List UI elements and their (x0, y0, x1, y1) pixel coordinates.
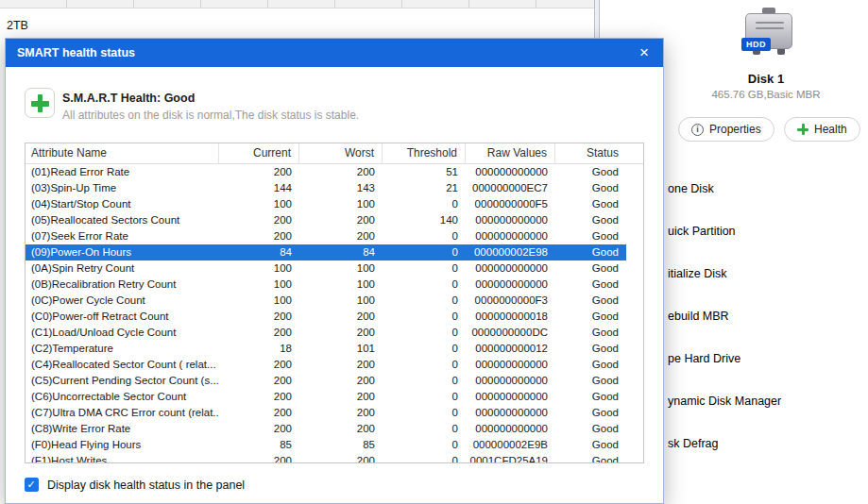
properties-button[interactable]: Properties (678, 117, 774, 142)
table-cell: 000000000000 (466, 164, 555, 180)
table-cell: 0 (383, 389, 466, 405)
table-row[interactable]: (C5)Current Pending Sector Count (s...20… (26, 373, 626, 389)
table-cell: Good (555, 325, 626, 341)
table-row[interactable]: (04)Start/Stop Count10010000000000000F5G… (26, 196, 626, 212)
table-cell: 0000000000F5 (466, 196, 555, 212)
table-cell: 0 (383, 196, 466, 212)
table-cell: 0 (383, 228, 466, 244)
table-row[interactable]: (0B)Recalibration Retry Count10010000000… (26, 277, 626, 293)
table-cell: 200 (299, 357, 383, 373)
table-row[interactable]: (C4)Reallocated Sector Count ( relat...2… (26, 357, 626, 373)
table-cell: 21 (383, 180, 466, 196)
table-cell: (03)Spin-Up Time (26, 180, 219, 196)
table-cell: 18 (219, 341, 299, 357)
table-cell: 200 (299, 164, 383, 180)
table-cell: (04)Start/Stop Count (26, 196, 219, 212)
table-cell: Good (555, 228, 626, 244)
table-cell: 000000002E98 (466, 244, 555, 260)
table-row[interactable]: (01)Read Error Rate20020051000000000000G… (26, 164, 626, 180)
menu-item-sk-defrag[interactable]: sk Defrag (668, 436, 781, 451)
table-row[interactable]: (C0)Power-off Retract Count2002000000000… (26, 309, 626, 325)
app-window: 2TB HDD Disk 1 465.76 GB,Basic MBR Prope… (0, 0, 868, 504)
smart-health-dialog: SMART health status × S.M.A.R.T Health: … (5, 38, 664, 504)
table-cell: 200 (219, 228, 299, 244)
column-header-threshold[interactable]: Threshold (383, 143, 466, 163)
menu-item-itialize-disk[interactable]: itialize Disk (668, 266, 781, 281)
table-cell: 0 (383, 325, 466, 341)
table-row[interactable]: (03)Spin-Up Time14414321000000000EC7Good (26, 180, 626, 196)
table-cell: Good (555, 260, 626, 277)
display-health-checkbox-row[interactable]: Display disk health status in the panel (25, 478, 245, 492)
hdd-badge: HDD (741, 38, 771, 51)
table-cell: (05)Reallocated Sectors Count (26, 212, 219, 228)
table-cell: 0000000000F3 (466, 293, 555, 309)
background-scrollbar[interactable] (594, 0, 600, 38)
disk-panel: HDD Disk 1 465.76 GB,Basic MBR Propertie… (664, 0, 868, 504)
table-cell: 51 (383, 164, 466, 180)
table-cell: 200 (299, 373, 383, 389)
table-cell: 0 (383, 293, 466, 309)
table-cell: 140 (383, 212, 466, 228)
table-cell: 144 (219, 180, 299, 196)
column-header-raw-values[interactable]: Raw Values (466, 143, 555, 163)
hdd-foot (777, 49, 785, 55)
table-cell: 101 (299, 341, 383, 357)
health-button[interactable]: Health (784, 117, 860, 142)
dialog-titlebar[interactable]: SMART health status × (6, 39, 663, 67)
table-row[interactable]: (C7)Ultra DMA CRC Error count (relat...2… (26, 405, 626, 421)
table-row[interactable]: (C6)Uncorrectable Sector Count2002000000… (26, 389, 626, 405)
table-row[interactable]: (F0)Head Flying Hours85850000000002E9BGo… (26, 437, 626, 453)
table-cell: Good (555, 196, 626, 212)
table-row[interactable]: (C8)Write Error Rate2002000000000000000G… (26, 421, 626, 437)
table-cell: 100 (299, 277, 383, 293)
table-cell: 200 (299, 421, 383, 437)
table-cell: (C8)Write Error Rate (26, 421, 219, 437)
table-cell: Good (555, 293, 626, 309)
table-row[interactable]: (0C)Power Cycle Count10010000000000000F3… (26, 293, 626, 309)
table-cell: 84 (219, 244, 299, 260)
table-cell: Good (555, 421, 626, 437)
column-header-current[interactable]: Current (219, 143, 299, 163)
column-header-attribute-name[interactable]: Attribute Name (26, 143, 219, 163)
table-row[interactable]: (05)Reallocated Sectors Count20020014000… (26, 212, 626, 228)
menu-item-uick-partition[interactable]: uick Partition (668, 224, 781, 239)
table-cell: Good (555, 405, 626, 421)
table-row[interactable]: (C2)Temperature181010000000000012Good (26, 341, 626, 357)
table-row[interactable]: (07)Seek Error Rate2002000000000000000Go… (26, 228, 626, 244)
disk-action-menu: one Diskuick Partitionitialize Diskebuil… (668, 181, 781, 451)
table-row[interactable]: (0A)Spin Retry Count1001000000000000000G… (26, 260, 626, 277)
table-cell: 0 (383, 357, 466, 373)
table-row[interactable]: (F1)Host Writes20020000001CFD25A19Good (26, 453, 626, 462)
table-cell: 200 (299, 389, 383, 405)
table-row[interactable]: (C1)Load/Unload Cycle Count2002000000000… (26, 325, 626, 341)
close-icon[interactable]: × (625, 39, 663, 67)
table-cell: 200 (219, 373, 299, 389)
menu-item-ebuild-mbr[interactable]: ebuild MBR (668, 309, 781, 324)
table-body: (01)Read Error Rate20020051000000000000G… (26, 164, 643, 462)
table-cell: 100 (219, 277, 299, 293)
table-cell: 000000000000 (466, 373, 555, 389)
menu-item-pe-hard-drive[interactable]: pe Hard Drive (668, 351, 781, 366)
checkbox-checked-icon[interactable] (25, 478, 39, 492)
table-cell: (C6)Uncorrectable Sector Count (26, 389, 219, 405)
table-cell: 000000000000 (466, 228, 555, 244)
table-cell: (F0)Head Flying Hours (26, 437, 219, 453)
menu-item-one-disk[interactable]: one Disk (668, 181, 781, 196)
table-cell: 0 (383, 309, 466, 325)
table-cell: Good (555, 309, 626, 325)
table-cell: 000000002E9B (466, 437, 555, 453)
table-row[interactable]: (09)Power-On Hours84840000000002E98Good (26, 244, 626, 260)
column-header-worst[interactable]: Worst (299, 143, 383, 163)
table-cell: (C7)Ultra DMA CRC Error count (relat... (26, 405, 219, 421)
column-header-status[interactable]: Status (555, 143, 626, 163)
table-cell: 000000000012 (466, 341, 555, 357)
table-cell: 200 (219, 453, 299, 462)
menu-item-ynamic-disk-manager[interactable]: ynamic Disk Manager (668, 394, 781, 409)
table-cell: 200 (299, 453, 383, 462)
table-cell: Good (555, 277, 626, 293)
table-cell: 100 (299, 293, 383, 309)
info-icon (691, 124, 704, 136)
table-cell: 000000000000 (466, 357, 555, 373)
table-cell: 143 (299, 180, 383, 196)
table-cell: (09)Power-On Hours (26, 244, 219, 260)
